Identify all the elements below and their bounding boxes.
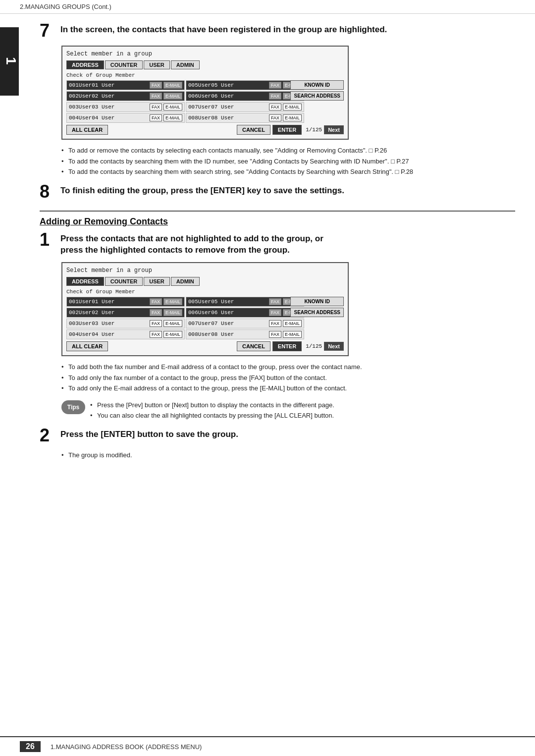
screen2-bottom-right: CANCEL ENTER 1/125 Next <box>237 341 344 351</box>
tab-address-2[interactable]: ADDRESS <box>66 277 104 286</box>
contact-row[interactable]: 001User01 User FAX E-MAIL <box>66 80 185 90</box>
fax-button[interactable]: FAX <box>150 309 162 316</box>
tab-counter[interactable]: COUNTER <box>105 60 143 69</box>
contact-row[interactable]: 005User05 User FAX E-MAIL <box>186 297 304 307</box>
tab-user-2[interactable]: USER <box>144 277 170 286</box>
contact-row[interactable]: 002User02 User FAX E-MAIL <box>66 91 185 101</box>
screen1-contacts-grid: 001User01 User FAX E-MAIL 005User05 User… <box>66 80 304 123</box>
email-button[interactable]: E-MAIL <box>283 114 302 121</box>
fax-button[interactable]: FAX <box>150 93 162 100</box>
contact-name: 008User08 User <box>188 115 268 121</box>
screen2-title: Select member in a group <box>66 267 344 274</box>
email-button[interactable]: E-MAIL <box>163 309 182 316</box>
email-button[interactable]: E-MAIL <box>163 331 182 338</box>
contact-name: 001User01 User <box>69 82 148 88</box>
contact-name: 006User06 User <box>188 93 268 99</box>
footer-text: 1.MANAGING ADDRESS BOOK (ADDRESS MENU) <box>51 743 202 751</box>
screen1-bottom-bar: ALL CLEAR CANCEL ENTER 1/125 Next <box>66 125 344 135</box>
tips-box: Tips Press the [Prev] button or [Next] b… <box>61 400 515 422</box>
fax-button[interactable]: FAX <box>269 114 281 121</box>
contact-row[interactable]: 006User06 User FAX E-MAIL <box>186 91 304 101</box>
step-adding2-number: 2 <box>40 427 60 444</box>
fax-button[interactable]: FAX <box>269 320 281 327</box>
fax-button[interactable]: FAX <box>269 331 281 338</box>
tips-list: Press the [Prev] button or [Next] button… <box>90 400 334 422</box>
fax-button[interactable]: FAX <box>150 82 162 89</box>
page-footer: 26 1.MANAGING ADDRESS BOOK (ADDRESS MENU… <box>0 736 535 756</box>
contact-row[interactable]: 003User03 User FAX E-MAIL <box>66 102 185 112</box>
step7-text: In the screen, the contacts that have be… <box>60 24 387 36</box>
side-buttons-2: KNOWN ID SEARCH ADDRESS <box>290 297 344 317</box>
contact-row[interactable]: 001User01 User FAX E-MAIL <box>66 297 185 307</box>
cancel-button-2[interactable]: CANCEL <box>237 341 270 351</box>
fax-button[interactable]: FAX <box>150 320 162 327</box>
screen1-section-label: Check of Group Member <box>66 72 344 78</box>
cancel-button[interactable]: CANCEL <box>237 125 270 135</box>
contact-name: 005User05 User <box>188 299 268 305</box>
contact-row[interactable]: 008User08 User FAX E-MAIL <box>186 329 304 339</box>
screen1-title: Select member in a group <box>66 51 344 57</box>
next-button[interactable]: Next <box>324 125 344 134</box>
search-address-button-2[interactable]: SEARCH ADDRESS <box>290 308 344 317</box>
step7-bullets: To add or remove the contacts by selecti… <box>61 146 515 177</box>
email-button[interactable]: E-MAIL <box>163 82 182 89</box>
contact-row[interactable]: 002User02 User FAX E-MAIL <box>66 308 185 318</box>
screen1-mockup: Select member in a group ADDRESS COUNTER… <box>61 46 349 140</box>
contact-row[interactable]: 008User08 User FAX E-MAIL <box>186 113 304 123</box>
contact-row[interactable]: 007User07 User FAX E-MAIL <box>186 102 304 112</box>
contact-row[interactable]: 005User05 User FAX E-MAIL <box>186 80 304 90</box>
contact-row[interactable]: 006User06 User FAX E-MAIL <box>186 308 304 318</box>
fax-button[interactable]: FAX <box>150 331 162 338</box>
section-divider <box>40 211 515 212</box>
bullet-item: To add both the fax number and E-mail ad… <box>61 362 515 372</box>
screen2-contacts-wrapper: 001User01 User FAX E-MAIL 005User05 User… <box>66 297 344 339</box>
fax-button[interactable]: FAX <box>269 93 281 100</box>
bullet-item: To add or remove the contacts by selecti… <box>61 146 515 156</box>
email-button[interactable]: E-MAIL <box>163 114 182 121</box>
contact-row[interactable]: 003User03 User FAX E-MAIL <box>66 319 185 328</box>
tab-counter-2[interactable]: COUNTER <box>105 277 143 286</box>
email-button[interactable]: E-MAIL <box>283 331 302 338</box>
contact-row[interactable]: 004User04 User FAX E-MAIL <box>66 113 185 123</box>
step-adding1-block: 1 Press the contacts that are not highli… <box>40 233 515 257</box>
email-button[interactable]: E-MAIL <box>163 320 182 327</box>
known-id-button-2[interactable]: KNOWN ID <box>290 297 344 306</box>
fax-button[interactable]: FAX <box>150 298 162 305</box>
next-button-2[interactable]: Next <box>324 342 344 351</box>
known-id-button[interactable]: KNOWN ID <box>290 80 344 90</box>
enter-button-2[interactable]: ENTER <box>272 341 302 351</box>
fax-button[interactable]: FAX <box>269 309 281 316</box>
tab-admin[interactable]: ADMIN <box>171 60 200 69</box>
contact-row[interactable]: 007User07 User FAX E-MAIL <box>186 319 304 328</box>
side-buttons: KNOWN ID SEARCH ADDRESS <box>290 80 344 101</box>
email-button[interactable]: E-MAIL <box>163 104 182 110</box>
tab-admin-2[interactable]: ADMIN <box>171 277 200 286</box>
fax-button[interactable]: FAX <box>150 114 162 121</box>
contact-name: 007User07 User <box>188 321 268 326</box>
contact-row[interactable]: 004User04 User FAX E-MAIL <box>66 329 185 339</box>
pagination: 1/125 <box>306 127 322 133</box>
tips-item: You can also clear the all highlighted c… <box>90 411 334 421</box>
step8-number: 8 <box>40 183 60 201</box>
step-adding2-text: Press the [ENTER] button to save the gro… <box>60 429 238 440</box>
fax-button[interactable]: FAX <box>269 82 281 89</box>
contact-name: 008User08 User <box>188 331 268 337</box>
fax-button[interactable]: FAX <box>269 298 281 305</box>
email-button[interactable]: E-MAIL <box>283 104 302 110</box>
email-button[interactable]: E-MAIL <box>163 298 182 305</box>
tab-address[interactable]: ADDRESS <box>66 60 104 69</box>
email-button[interactable]: E-MAIL <box>283 320 302 327</box>
search-address-button[interactable]: SEARCH ADDRESS <box>290 91 344 101</box>
enter-button[interactable]: ENTER <box>272 125 302 135</box>
email-button[interactable]: E-MAIL <box>163 93 182 100</box>
all-clear-button-2[interactable]: ALL CLEAR <box>66 341 108 351</box>
all-clear-button[interactable]: ALL CLEAR <box>66 125 108 135</box>
screen1-bottom-right: CANCEL ENTER 1/125 Next <box>237 125 344 135</box>
fax-button[interactable]: FAX <box>150 104 162 110</box>
fax-button[interactable]: FAX <box>269 104 281 110</box>
page-number: 26 <box>20 741 41 752</box>
step7-number: 7 <box>40 22 60 40</box>
tab-user[interactable]: USER <box>144 60 170 69</box>
step-adding1-number: 1 <box>40 231 60 249</box>
tips-item: Press the [Prev] button or [Next] button… <box>90 400 334 410</box>
